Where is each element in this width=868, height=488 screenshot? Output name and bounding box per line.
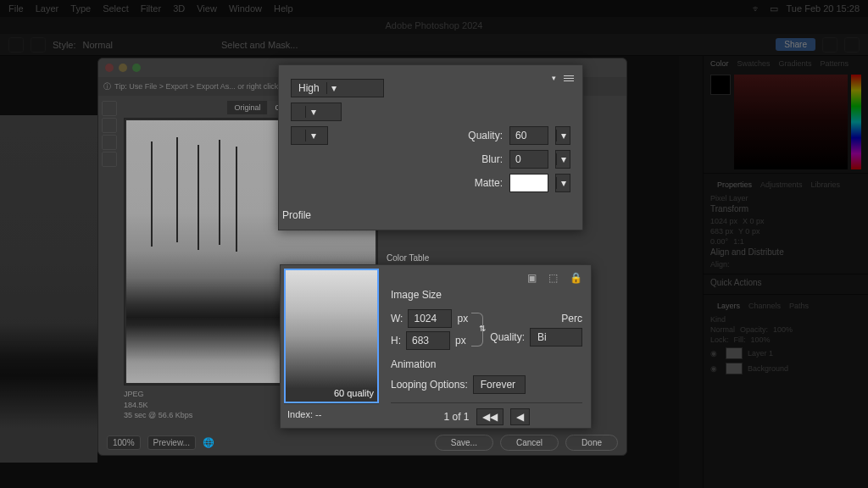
index-readout: Index: -- bbox=[284, 403, 379, 424]
optimize-settings-popout: High▾ ▾ ▾ Quality: ▾ Blur: ▾ Matte: ▾ Pr… bbox=[278, 64, 583, 230]
blur-stepper[interactable]: ▾ bbox=[555, 150, 570, 169]
constrain-proportions-icon[interactable] bbox=[471, 313, 483, 347]
prev-button[interactable]: ◀ bbox=[510, 408, 530, 425]
preview-button[interactable]: Preview... bbox=[147, 435, 196, 450]
minimize-window-icon[interactable] bbox=[119, 64, 127, 72]
cube-icon[interactable]: ⬚ bbox=[548, 272, 558, 284]
matte-label: Matte: bbox=[452, 177, 503, 189]
quality-input[interactable] bbox=[509, 126, 548, 145]
done-button[interactable]: Done bbox=[565, 435, 618, 451]
tip-text: ⓘ Tip: Use File > Export > Export As... … bbox=[103, 81, 287, 92]
cancel-button[interactable]: Cancel bbox=[500, 435, 559, 451]
image-size-heading: Image Size bbox=[391, 289, 582, 301]
animation-heading: Animation bbox=[391, 358, 582, 370]
blur-input[interactable] bbox=[509, 150, 548, 169]
resample-dropdown[interactable]: Bi bbox=[530, 328, 582, 347]
image-size-panel: 60 quality Index: -- ▣ ⬚ 🔒 Image Size W:… bbox=[280, 264, 592, 429]
thumb-caption: 60 quality bbox=[334, 388, 374, 398]
frame-counter: 1 of 1 bbox=[443, 411, 469, 423]
looping-dropdown[interactable]: Forever bbox=[473, 375, 526, 394]
looping-label: Looping Options: bbox=[391, 379, 468, 391]
close-window-icon[interactable] bbox=[105, 64, 114, 72]
percent-label: Perc bbox=[561, 313, 582, 324]
lock-icon[interactable]: 🔒 bbox=[570, 272, 582, 284]
tab-original[interactable]: Original bbox=[227, 101, 267, 114]
color-table-heading: Color Table bbox=[387, 253, 618, 263]
browser-preview-icon[interactable]: 🌐 bbox=[203, 437, 214, 448]
resample-quality-label: Quality: bbox=[490, 331, 525, 343]
zoom-window-icon[interactable] bbox=[132, 64, 141, 72]
blur-label: Blur: bbox=[452, 153, 503, 165]
save-button[interactable]: Save... bbox=[435, 435, 493, 451]
secondary-dropdown[interactable]: ▾ bbox=[291, 126, 328, 145]
format-dropdown[interactable]: ▾ bbox=[291, 103, 342, 121]
quality-label: Quality: bbox=[452, 130, 503, 141]
quality-stepper[interactable]: ▾ bbox=[555, 126, 570, 145]
panel-menu-icon[interactable] bbox=[564, 75, 574, 81]
width-unit: px bbox=[457, 313, 468, 324]
snap-icon[interactable]: ▣ bbox=[527, 272, 537, 284]
preset-dropdown[interactable]: High▾ bbox=[291, 79, 384, 97]
size-preview-thumb[interactable]: 60 quality bbox=[284, 269, 379, 403]
matte-swatch[interactable] bbox=[509, 174, 548, 192]
prev-frame-button[interactable]: ◀◀ bbox=[476, 408, 504, 425]
info-icon: ⓘ bbox=[103, 81, 111, 92]
zoom-select[interactable]: 100% bbox=[107, 435, 141, 450]
width-input[interactable] bbox=[408, 309, 452, 328]
width-label: W: bbox=[391, 313, 403, 324]
profile-label: Profile bbox=[279, 209, 311, 221]
matte-dropdown[interactable]: ▾ bbox=[555, 174, 570, 192]
height-label: H: bbox=[391, 335, 401, 347]
height-unit: px bbox=[455, 335, 466, 347]
height-input[interactable] bbox=[406, 331, 450, 350]
